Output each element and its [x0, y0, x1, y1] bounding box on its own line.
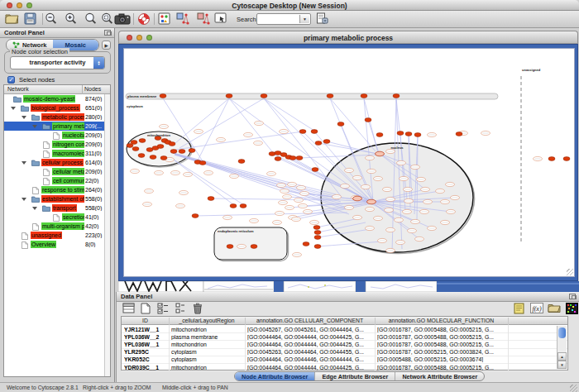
- tree-row[interactable]: cell communicati22(0): [4, 176, 105, 185]
- graph-node[interactable]: [170, 150, 177, 154]
- snapshot-button[interactable]: [114, 12, 131, 26]
- fx-button[interactable]: f(x): [530, 303, 543, 315]
- graph-node[interactable]: [315, 141, 322, 146]
- float-panel-icon[interactable]: [104, 30, 111, 36]
- graph-node[interactable]: [303, 242, 309, 246]
- expander-icon[interactable]: [11, 107, 16, 110]
- graph-node[interactable]: [192, 214, 199, 218]
- tree-row[interactable]: response to stimulu264(0): [4, 185, 105, 194]
- plasma-membrane-compartment[interactable]: [126, 93, 498, 99]
- grid-button[interactable]: [122, 303, 135, 315]
- more-tabs-button[interactable]: ▶: [102, 41, 111, 50]
- graph-edge[interactable]: [264, 98, 314, 131]
- graph-node-hub[interactable]: [376, 151, 385, 156]
- graph-node[interactable]: [313, 226, 320, 230]
- graph-node[interactable]: [238, 160, 245, 164]
- graph-edge[interactable]: [175, 98, 229, 143]
- graph-node[interactable]: [208, 197, 214, 201]
- graph-node[interactable]: [226, 94, 232, 98]
- graph-node[interactable]: [157, 145, 164, 149]
- scroll-up-button[interactable]: ▲: [557, 352, 567, 361]
- expander-icon[interactable]: [32, 207, 37, 210]
- table-row[interactable]: YPL036W__1mitochondrion[GO:0044464, GO:0…: [122, 341, 567, 348]
- search-input[interactable]: ▼: [256, 13, 311, 25]
- column-header[interactable]: ID: [122, 318, 169, 323]
- zoom-fit-button[interactable]: [84, 12, 98, 26]
- tree-scrollbar[interactable]: [104, 94, 110, 376]
- graph-node[interactable]: [132, 147, 139, 151]
- annotation-button[interactable]: [214, 12, 227, 26]
- graph-node[interactable]: [548, 157, 555, 161]
- graph-node[interactable]: [189, 149, 195, 153]
- tree-row[interactable]: cellular process614(0): [4, 158, 105, 167]
- graph-node[interactable]: [361, 94, 367, 98]
- graph-node[interactable]: [127, 144, 133, 148]
- graph-node[interactable]: [251, 245, 257, 249]
- graph-node[interactable]: [240, 204, 246, 208]
- graph-node-hub[interactable]: [353, 196, 362, 201]
- expander-icon[interactable]: [22, 161, 26, 165]
- expander-icon[interactable]: [32, 125, 37, 128]
- tree-row[interactable]: unassigned223(0): [4, 231, 105, 240]
- graph-edge[interactable]: [175, 131, 303, 150]
- column-header[interactable]: _cellularLayoutRegion: [169, 318, 245, 323]
- graph-edge[interactable]: [330, 98, 376, 151]
- open-button[interactable]: [5, 12, 19, 26]
- data-panel-float-icon[interactable]: [569, 294, 576, 299]
- graph-node[interactable]: [150, 155, 156, 160]
- node-color-dropdown[interactable]: transporter activity ▲▼: [10, 56, 105, 69]
- expander-icon[interactable]: [22, 116, 26, 119]
- graph-node[interactable]: [337, 122, 344, 127]
- graph-node[interactable]: [227, 245, 233, 249]
- graph-node[interactable]: [199, 161, 206, 165]
- tree-row[interactable]: secretion41(0): [4, 213, 105, 222]
- select-nodes-checkbox[interactable]: ✓: [7, 76, 15, 84]
- tab-edge-attribute-browser[interactable]: Edge Attribute Browser: [315, 372, 395, 380]
- graph-node[interactable]: [139, 139, 146, 143]
- graph-node[interactable]: [290, 156, 296, 160]
- zoom-in-button[interactable]: [65, 12, 78, 26]
- tree-row[interactable]: nucleobase-co209(0): [4, 131, 105, 140]
- layout-blue-button[interactable]: [176, 12, 190, 26]
- tree-row[interactable]: multi-organism pro42(0): [4, 222, 105, 231]
- note-button[interactable]: [512, 303, 525, 315]
- table-row[interactable]: YKR052Ccytoplasm[GO:0044464, GO:0044446,…: [122, 356, 567, 364]
- column-header[interactable]: annotation.GO MOLECULAR_FUNCTION: [375, 318, 508, 323]
- matrix-button[interactable]: [565, 303, 578, 315]
- graph-node[interactable]: [169, 142, 175, 146]
- tree-row[interactable]: nitrogen compou209(0): [4, 140, 105, 149]
- new-doc-button[interactable]: [139, 303, 152, 315]
- network-window-titlebar[interactable]: primary metabolic process: [118, 31, 578, 44]
- dropdown-stepper-icon[interactable]: ▲▼: [93, 57, 104, 69]
- tree-row[interactable]: Overview8(0): [4, 240, 105, 249]
- graph-node[interactable]: [138, 154, 145, 158]
- trash-button[interactable]: [191, 303, 204, 315]
- graph-node[interactable]: [365, 118, 371, 122]
- graph-node[interactable]: [269, 152, 275, 156]
- graph-node[interactable]: [296, 156, 303, 160]
- tree-row[interactable]: biological_process651(0): [4, 103, 105, 112]
- zoom-out-button[interactable]: [45, 12, 58, 26]
- zoom-selected-button[interactable]: [101, 12, 114, 26]
- graph-node[interactable]: [275, 157, 281, 161]
- tree-row[interactable]: metabolic process280(0): [4, 112, 105, 122]
- column-header[interactable]: annotation.GO CELLULAR_COMPONENT: [245, 318, 375, 323]
- graph-node[interactable]: [311, 130, 318, 134]
- graph-node[interactable]: [327, 94, 333, 98]
- graph-node[interactable]: [312, 168, 318, 172]
- checklist-button[interactable]: [156, 303, 170, 315]
- table-scrollbar[interactable]: ▲ ▼: [557, 326, 567, 369]
- expander-icon[interactable]: [22, 198, 26, 201]
- graph-node[interactable]: [314, 236, 321, 240]
- graph-node[interactable]: [314, 231, 321, 235]
- search-dropdown-arrow[interactable]: ▼: [299, 15, 309, 23]
- session-button[interactable]: [316, 12, 328, 26]
- small-checklist-button[interactable]: [174, 303, 187, 315]
- graph-node[interactable]: [405, 132, 412, 136]
- network-canvas[interactable]: plasma membranecytoplasmmitochondrionnuc…: [123, 48, 575, 277]
- graph-node[interactable]: [160, 94, 166, 98]
- graph-node[interactable]: [314, 245, 321, 249]
- help-button[interactable]: [137, 12, 151, 26]
- vizmapper-button[interactable]: [158, 12, 170, 26]
- tab-node-attribute-browser[interactable]: Node Attribute Browser: [235, 372, 315, 380]
